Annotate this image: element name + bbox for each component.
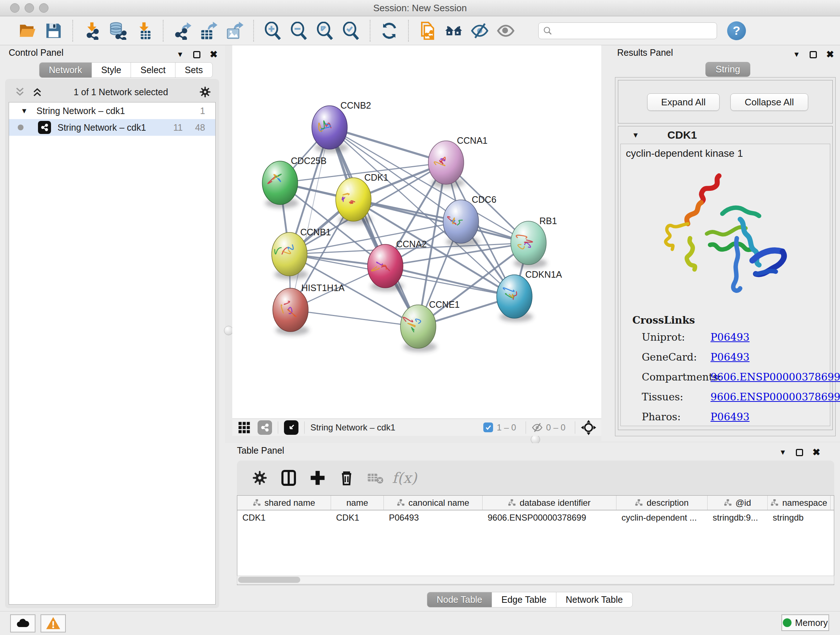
crosslink-tissues[interactable]: 9606.ENSP00000378699	[711, 391, 840, 403]
network-edge-HIST1H1A-CCNE1[interactable]	[291, 310, 418, 326]
column-header-shared-name[interactable]: shared name	[237, 496, 331, 510]
column-header-database-identifier[interactable]: database identifier	[483, 496, 616, 510]
table-cell[interactable]: cyclin-dependent ...	[616, 510, 707, 525]
column-header-name[interactable]: name	[331, 496, 384, 510]
network-edge-CDK1-RB1[interactable]	[354, 200, 529, 243]
collapse-all-icon[interactable]	[14, 87, 25, 97]
save-session-button[interactable]	[43, 20, 64, 41]
zoom-in-button[interactable]	[262, 20, 283, 41]
table-row[interactable]: CDK1CDK1P064939606.ENSP00000378699cyclin…	[237, 510, 834, 525]
results-panel-title: Results Panel	[617, 48, 673, 58]
selected-checkbox-icon[interactable]	[483, 423, 493, 432]
window-zoom-button[interactable]	[39, 3, 49, 13]
expand-all-button[interactable]: Expand All	[647, 93, 720, 111]
results-panel-close-icon[interactable]: ✖	[826, 49, 834, 60]
crosslink-genecard[interactable]: P06493	[711, 351, 750, 363]
tab-network-table[interactable]: Network Table	[556, 592, 633, 608]
collapse-all-button[interactable]: Collapse All	[730, 93, 808, 111]
open-session-button[interactable]	[17, 20, 38, 41]
window-minimize-button[interactable]	[25, 3, 34, 13]
left-splitter[interactable]	[225, 45, 232, 436]
tab-style[interactable]: Style	[92, 62, 131, 78]
tab-node-table[interactable]: Node Table	[427, 592, 492, 608]
hidden-node-edge-counts: 0 – 0	[546, 423, 565, 432]
network-node-RB1[interactable]: RB1	[511, 216, 557, 268]
tab-edge-table[interactable]: Edge Table	[492, 592, 556, 608]
crosslink-uniprot[interactable]: P06493	[711, 331, 750, 343]
tab-select[interactable]: Select	[131, 62, 175, 78]
results-panel-collapse-icon[interactable]: ▼	[793, 50, 800, 59]
export-table-button[interactable]	[198, 20, 219, 41]
network-node-CDK1[interactable]: CDK1	[336, 172, 388, 225]
crosslink-pharos[interactable]: P06493	[711, 411, 750, 423]
crosslink-compartments[interactable]: 9606.ENSP00000378699	[711, 371, 840, 383]
detach-view-button[interactable]	[284, 420, 298, 435]
network-node-HIST1H1A[interactable]: HIST1H1A	[273, 283, 345, 335]
table-panel-collapse-icon[interactable]: ▼	[779, 448, 786, 456]
zoom-out-button[interactable]	[288, 20, 309, 41]
column-header-canonical-name[interactable]: canonical name	[384, 496, 483, 510]
scrollbar-thumb[interactable]	[238, 577, 300, 583]
create-column-button[interactable]	[306, 467, 329, 489]
network-canvas[interactable]: CCNB2CCNA1CDC25BCDK1CDC6RB1CCNB1CCNA2CDK…	[232, 45, 601, 418]
control-panel-collapse-icon[interactable]: ▼	[177, 50, 184, 59]
zoom-fit-button[interactable]	[314, 20, 335, 41]
column-header-description[interactable]: description	[616, 496, 707, 510]
table-panel-float-icon[interactable]	[796, 449, 803, 456]
network-edge-CCNB2-CCNE1[interactable]	[330, 127, 418, 326]
table-cell[interactable]: CDK1	[331, 510, 384, 525]
show-columns-button[interactable]	[278, 467, 300, 489]
network-row[interactable]: String Network – cdk1 11 48	[9, 119, 215, 136]
node-label-CDC25B: CDC25B	[291, 156, 327, 166]
table-settings-button[interactable]	[248, 467, 271, 489]
show-all-button[interactable]	[495, 20, 516, 41]
column-header-namespace[interactable]: namespace	[767, 496, 831, 510]
table-cell[interactable]: P06493	[384, 510, 483, 525]
tab-network[interactable]: Network	[39, 62, 92, 78]
table-cell[interactable]: stringdb:9...	[707, 510, 767, 525]
hide-selected-button[interactable]	[469, 20, 490, 41]
expand-all-icon[interactable]	[32, 87, 43, 97]
statusbar-separator	[526, 421, 526, 434]
control-panel-close-icon[interactable]: ✖	[210, 49, 218, 60]
network-node-CCNB2[interactable]: CCNB2	[312, 100, 371, 153]
help-button[interactable]: ?	[727, 21, 746, 40]
table-cell[interactable]: 9606.ENSP00000378699	[483, 510, 616, 525]
window-close-button[interactable]	[10, 3, 19, 13]
table-cell[interactable]: CDK1	[237, 510, 331, 525]
memory-button[interactable]: Memory	[782, 614, 829, 631]
network-node-CDC25B[interactable]: CDC25B	[262, 156, 327, 208]
first-neighbors-button[interactable]	[443, 20, 464, 41]
column-header--id[interactable]: @id	[707, 496, 767, 510]
table-panel-close-icon[interactable]: ✖	[813, 447, 821, 458]
gear-icon[interactable]	[199, 86, 211, 98]
search-input[interactable]	[553, 26, 704, 36]
results-panel-float-icon[interactable]	[810, 51, 817, 58]
control-panel-float-icon[interactable]	[193, 51, 201, 58]
network-list-view-icon[interactable]	[257, 420, 272, 435]
tree-expand-icon[interactable]: ▼	[21, 107, 28, 115]
table-cell[interactable]: stringdb	[767, 510, 831, 525]
export-image-button[interactable]	[224, 20, 245, 41]
import-network-button[interactable]	[81, 20, 103, 41]
duplicate-network-button[interactable]	[417, 20, 438, 41]
export-network-button[interactable]	[172, 20, 193, 41]
section-collapse-icon[interactable]: ▼	[632, 131, 639, 139]
protein-section-header[interactable]: ▼ CDK1	[618, 126, 832, 144]
network-node-CCNA1[interactable]: CCNA1	[428, 135, 488, 188]
import-network-database-button[interactable]	[107, 20, 128, 41]
delete-column-button[interactable]	[335, 467, 358, 489]
refresh-button[interactable]	[379, 20, 400, 41]
network-collection-row[interactable]: ▼ String Network – cdk1 1	[9, 103, 215, 119]
grid-view-icon[interactable]	[238, 421, 250, 434]
tab-sets[interactable]: Sets	[175, 62, 213, 78]
cloud-button[interactable]	[10, 614, 35, 632]
table-horizontal-scrollbar[interactable]	[237, 576, 834, 584]
network-node-CDKN1A[interactable]: CDKN1A	[497, 269, 562, 322]
string-results-tab[interactable]: String	[706, 62, 750, 77]
warnings-button[interactable]	[41, 614, 66, 632]
network-node-CDC6[interactable]: CDC6	[443, 195, 496, 247]
import-table-button[interactable]	[134, 20, 155, 41]
zoom-selected-button[interactable]	[340, 20, 362, 41]
birds-eye-view-icon[interactable]	[581, 420, 596, 435]
